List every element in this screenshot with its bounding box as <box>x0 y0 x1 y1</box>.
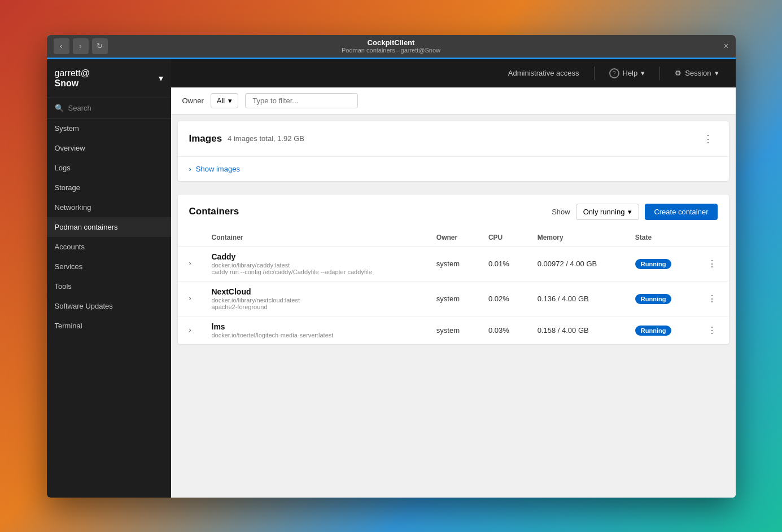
question-icon: ? <box>609 68 619 78</box>
expand-button-2[interactable]: › <box>187 325 194 335</box>
forward-button[interactable]: › <box>73 38 89 54</box>
expand-button-0[interactable]: › <box>187 258 194 269</box>
state-cell-0: Running <box>626 246 695 281</box>
row-menu-button-2[interactable]: ⋮ <box>704 324 720 337</box>
state-badge-2: Running <box>635 326 672 336</box>
sidebar-item-podman-containers[interactable]: Podman containers <box>47 217 171 237</box>
topbar-divider-1 <box>594 67 595 80</box>
containers-table: ContainerOwnerCPUMemoryState › Caddy doc… <box>178 229 729 344</box>
col-cpu: CPU <box>479 229 528 247</box>
row-menu-button-1[interactable]: ⋮ <box>704 292 720 305</box>
container-cell-1: NextCloud docker.io/library/nextcloud:la… <box>203 281 427 316</box>
expand-button-1[interactable]: › <box>187 293 194 304</box>
only-running-label: Only running <box>583 208 625 216</box>
show-images-chevron-icon: › <box>189 165 191 173</box>
show-images-link[interactable]: › Show images <box>178 157 729 181</box>
images-section: Images 4 images total, 1.92 GB ⋮ › Show … <box>178 121 729 181</box>
state-cell-2: Running <box>626 316 695 344</box>
hostname: Snow <box>55 78 90 89</box>
sidebar-item-overview[interactable]: Overview <box>47 138 171 158</box>
sidebar-item-tools[interactable]: Tools <box>47 276 171 296</box>
row-menu-button-0[interactable]: ⋮ <box>704 257 720 270</box>
only-running-dropdown[interactable]: Only running ▾ <box>576 204 640 220</box>
filter-bar: Owner All ▾ <box>171 87 736 115</box>
window-subtitle: Podman containers - garrett@Snow <box>342 47 440 54</box>
containers-title: Containers <box>189 206 239 217</box>
user-info: garrett@ Snow <box>55 68 90 89</box>
all-label: All <box>217 96 225 105</box>
state-badge-1: Running <box>635 294 672 304</box>
containers-controls: Show Only running ▾ Create container <box>552 204 717 220</box>
reload-button[interactable]: ↻ <box>92 38 108 54</box>
sidebar-item-services[interactable]: Services <box>47 257 171 276</box>
container-cmd-0: caddy run --config /etc/caddy/Caddyfile … <box>212 269 418 275</box>
filter-input[interactable] <box>245 93 358 108</box>
container-image-2: docker.io/toertel/logitech-media-server:… <box>212 332 418 338</box>
titlebar: ‹ › ↻ CockpitClient Podman containers - … <box>47 35 736 58</box>
back-button[interactable]: ‹ <box>54 38 69 54</box>
images-section-header: Images 4 images total, 1.92 GB ⋮ <box>178 121 729 157</box>
container-name-1: NextCloud <box>212 287 418 296</box>
running-chevron-icon: ▾ <box>628 208 632 216</box>
topbar-divider-2 <box>659 67 660 80</box>
admin-label: Administrative access <box>508 69 579 77</box>
cpu-cell-0: 0.01% <box>479 246 528 281</box>
containers-header: Containers Show Only running ▾ Create co… <box>178 195 729 229</box>
create-container-button[interactable]: Create container <box>645 204 717 220</box>
topbar: Administrative access ? Help ▾ ⚙ Session… <box>171 59 736 87</box>
session-chevron-icon: ▾ <box>715 69 719 77</box>
col-actions <box>695 229 729 247</box>
show-images-label: Show images <box>196 165 240 173</box>
containers-tbody: › Caddy docker.io/library/caddy:latest c… <box>178 246 729 344</box>
sidebar-item-storage[interactable]: Storage <box>47 178 171 197</box>
show-label: Show <box>552 208 570 216</box>
titlebar-controls: ‹ › ↻ <box>54 38 108 54</box>
admin-access-button[interactable]: Administrative access <box>503 65 585 81</box>
gear-icon: ⚙ <box>675 69 681 77</box>
memory-cell-1: 0.136 / 4.00 GB <box>528 281 626 316</box>
table-row: › NextCloud docker.io/library/nextcloud:… <box>178 281 729 316</box>
main-layout: garrett@ Snow ▾ 🔍 Search SystemOverviewL… <box>47 59 736 498</box>
container-name-0: Caddy <box>212 252 418 261</box>
sidebar-item-accounts[interactable]: Accounts <box>47 237 171 257</box>
expand-cell: › <box>178 316 203 344</box>
containers-section: Containers Show Only running ▾ Create co… <box>178 195 729 344</box>
sidebar-user[interactable]: garrett@ Snow ▾ <box>47 59 171 98</box>
close-button[interactable]: × <box>723 41 728 51</box>
col-memory: Memory <box>528 229 626 247</box>
memory-cell-0: 0.00972 / 4.00 GB <box>528 246 626 281</box>
col-expand <box>178 229 203 247</box>
session-button[interactable]: ⚙ Session ▾ <box>669 65 724 81</box>
search-icon: 🔍 <box>55 104 64 112</box>
container-cmd-1: apache2-foreground <box>212 304 418 310</box>
col-container: Container <box>203 229 427 247</box>
table-row: › lms docker.io/toertel/logitech-media-s… <box>178 316 729 344</box>
memory-cell-2: 0.158 / 4.00 GB <box>528 316 626 344</box>
owner-select[interactable]: All ▾ <box>211 93 238 108</box>
sidebar-search[interactable]: 🔍 Search <box>47 98 171 118</box>
sidebar-item-system[interactable]: System <box>47 118 171 138</box>
owner-cell-2: system <box>427 316 479 344</box>
help-label: Help <box>623 69 638 77</box>
owner-cell-1: system <box>427 281 479 316</box>
owner-chevron-icon: ▾ <box>228 96 232 105</box>
state-badge-0: Running <box>635 259 672 269</box>
sidebar-item-software-updates[interactable]: Software Updates <box>47 296 171 316</box>
owner-cell-0: system <box>427 246 479 281</box>
images-subtitle: 4 images total, 1.92 GB <box>228 134 304 143</box>
table-header: ContainerOwnerCPUMemoryState <box>178 229 729 247</box>
sidebar-item-logs[interactable]: Logs <box>47 158 171 178</box>
content-area: Owner All ▾ Images 4 images total, 1.92 … <box>171 87 736 498</box>
col-owner: Owner <box>427 229 479 247</box>
help-button[interactable]: ? Help ▾ <box>604 65 651 82</box>
expand-cell: › <box>178 281 203 316</box>
sidebar-item-terminal[interactable]: Terminal <box>47 316 171 336</box>
images-menu-button[interactable]: ⋮ <box>698 130 718 147</box>
owner-label: Owner <box>182 96 204 105</box>
col-state: State <box>626 229 695 247</box>
container-cell-2: lms docker.io/toertel/logitech-media-ser… <box>203 316 427 344</box>
sidebar-item-networking[interactable]: Networking <box>47 197 171 217</box>
cpu-cell-2: 0.03% <box>479 316 528 344</box>
images-title: Images <box>189 133 222 144</box>
container-image-0: docker.io/library/caddy:latest <box>212 262 418 269</box>
